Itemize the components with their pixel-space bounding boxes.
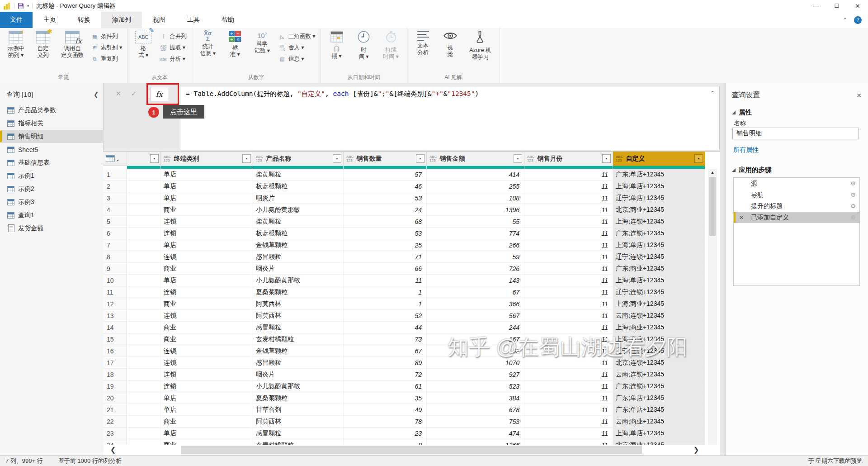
cell-amount[interactable]: 726 [427, 263, 524, 275]
row-number[interactable]: 5 [103, 216, 127, 228]
cell-custom[interactable]: 北京;商业+12345 [613, 204, 705, 216]
cell-month[interactable]: 11 [524, 228, 613, 239]
extract-button[interactable]: ABC123 提取 ▾ [160, 44, 187, 52]
row-number[interactable]: 19 [103, 380, 127, 392]
row-number[interactable]: 8 [103, 251, 127, 263]
collapse-section-icon[interactable] [732, 111, 736, 114]
cell-qty[interactable]: 66 [344, 263, 427, 275]
cell-custom[interactable]: 上海;单店+12345 [613, 275, 705, 286]
cell-amount[interactable]: 678 [427, 404, 524, 416]
cell-product[interactable]: 阿莫西林 [253, 310, 344, 322]
cell-custom[interactable]: 广东;单店+12345 [613, 392, 705, 404]
invoke-custom-function-button[interactable]: fx 调用自 定义函数 [57, 28, 88, 59]
cell-blank[interactable] [127, 216, 161, 228]
cell-amount[interactable]: 523 [427, 380, 524, 392]
cell-amount[interactable]: 927 [427, 369, 524, 380]
cell-terminal[interactable]: 单店 [161, 169, 253, 181]
cell-qty[interactable]: 68 [344, 216, 427, 228]
cell-amount[interactable]: 366 [427, 298, 524, 310]
cell-product[interactable]: 感冒颗粒 [253, 251, 344, 263]
cell-qty[interactable]: 1 [344, 298, 427, 310]
cell-amount[interactable]: 384 [427, 392, 524, 404]
column-header-month[interactable]: ABC 123 销售月份 ▼ [524, 152, 613, 166]
query-item[interactable]: 发货金额 [0, 222, 103, 235]
statistics-button[interactable]: X̄σΣ 统计 信息 ▾ [194, 28, 222, 57]
rounding-button[interactable]: .00→.0 舍入 ▾ [278, 44, 316, 52]
cell-terminal[interactable]: 连锁 [161, 251, 253, 263]
formula-text[interactable]: = Table.AddColumn(提升的标题, "自定义", each [省份… [186, 90, 701, 98]
cell-custom[interactable]: 上海;商业+12345 [613, 333, 705, 345]
cell-month[interactable]: 11 [524, 251, 613, 263]
cell-terminal[interactable]: 单店 [161, 181, 253, 192]
cell-qty[interactable]: 72 [344, 369, 427, 380]
step-added-custom-selected[interactable]: ✕ 已添加自定义 ⚙ [734, 212, 859, 223]
maximize-button[interactable]: ☐ [826, 0, 847, 12]
cell-product[interactable]: 阿莫西林 [253, 416, 344, 428]
row-number[interactable]: 2 [103, 181, 127, 192]
format-button[interactable]: ABC✎ 格 式 ▾ [130, 28, 157, 59]
row-number[interactable]: 12 [103, 298, 127, 310]
filter-dropdown-icon[interactable]: ▼ [242, 154, 251, 163]
cell-month[interactable]: 11 [524, 322, 613, 333]
column-header-qty[interactable]: ABC 123 销售数量 ▼ [344, 152, 427, 166]
cell-terminal[interactable]: 单店 [161, 392, 253, 404]
cell-custom[interactable]: 云南;连锁+12345 [613, 310, 705, 322]
cell-month[interactable]: 11 [524, 216, 613, 228]
cell-custom[interactable]: 上海;单店+12345 [613, 428, 705, 439]
cell-month[interactable]: 11 [524, 416, 613, 428]
cell-qty[interactable]: 25 [344, 239, 427, 251]
cell-terminal[interactable]: 商业 [161, 322, 253, 333]
cell-amount[interactable]: 1070 [427, 357, 524, 369]
cell-month[interactable]: 11 [524, 345, 613, 357]
cell-custom[interactable]: 广东;商业+12345 [613, 263, 705, 275]
cell-terminal[interactable]: 连锁 [161, 286, 253, 298]
conditional-column-button[interactable]: ▦ 条件列 [91, 33, 122, 40]
row-number[interactable]: 3 [103, 192, 127, 204]
row-number[interactable]: 16 [103, 345, 127, 357]
scroll-left-icon[interactable]: ❮ [104, 446, 122, 454]
column-header-terminal[interactable]: ABC 123 终端类别 ▼ [161, 152, 253, 166]
collapse-formula-icon[interactable]: ⌃ [710, 90, 715, 96]
gear-icon[interactable]: ⚙ [850, 191, 856, 198]
cell-product[interactable]: 小儿氨酚黄那敏 [253, 204, 344, 216]
cell-blank[interactable] [127, 369, 161, 380]
column-header-custom-selected[interactable]: ABC 123 自定义 ▼ [613, 152, 705, 166]
tab-view[interactable]: 视图 [142, 12, 176, 28]
cell-custom[interactable]: 辽宁;连锁+12345 [613, 286, 705, 298]
gear-icon[interactable]: ⚙ [850, 214, 856, 221]
filter-dropdown-icon[interactable]: ▼ [333, 154, 341, 163]
collapse-pane-icon[interactable]: ❮ [94, 91, 99, 98]
tab-help[interactable]: 帮助 [211, 12, 245, 28]
cell-custom[interactable]: 辽宁;单店+12345 [613, 192, 705, 204]
duration-button[interactable]: 持续 时间 ▾ [377, 28, 405, 60]
step-navigation[interactable]: 导航 ⚙ [734, 189, 859, 200]
cell-qty[interactable]: 46 [344, 181, 427, 192]
cell-terminal[interactable]: 商业 [161, 416, 253, 428]
cell-custom[interactable]: 上海;单店+12345 [613, 239, 705, 251]
cell-qty[interactable]: 57 [344, 169, 427, 181]
column-from-examples-button[interactable]: ⚡ 示例中 的列 ▾ [2, 28, 29, 59]
cell-custom[interactable]: 广东;连锁+12345 [613, 380, 705, 392]
row-number[interactable]: 23 [103, 428, 127, 439]
row-number[interactable]: 21 [103, 404, 127, 416]
cell-qty[interactable]: 67 [344, 345, 427, 357]
cell-amount[interactable]: 55 [427, 216, 524, 228]
row-number[interactable]: 10 [103, 275, 127, 286]
cell-qty[interactable]: 61 [344, 380, 427, 392]
row-number[interactable]: 6 [103, 228, 127, 239]
cell-terminal[interactable]: 连锁 [161, 380, 253, 392]
cell-terminal[interactable]: 单店 [161, 239, 253, 251]
cell-month[interactable]: 11 [524, 392, 613, 404]
cell-blank[interactable] [127, 239, 161, 251]
scroll-up-icon[interactable]: ▲ [708, 169, 717, 176]
cell-terminal[interactable]: 商业 [161, 298, 253, 310]
cell-terminal[interactable]: 单店 [161, 275, 253, 286]
scientific-button[interactable]: 102 科学 记数 ▾ [249, 28, 276, 54]
cell-product[interactable]: 夏桑菊颗粒 [253, 286, 344, 298]
cell-blank[interactable] [127, 204, 161, 216]
cell-month[interactable]: 11 [524, 428, 613, 439]
filter-dropdown-icon[interactable]: ▼ [602, 154, 611, 163]
query-name-input[interactable] [732, 128, 859, 139]
cell-custom[interactable]: 上海;商业+12345 [613, 298, 705, 310]
cell-month[interactable]: 11 [524, 369, 613, 380]
